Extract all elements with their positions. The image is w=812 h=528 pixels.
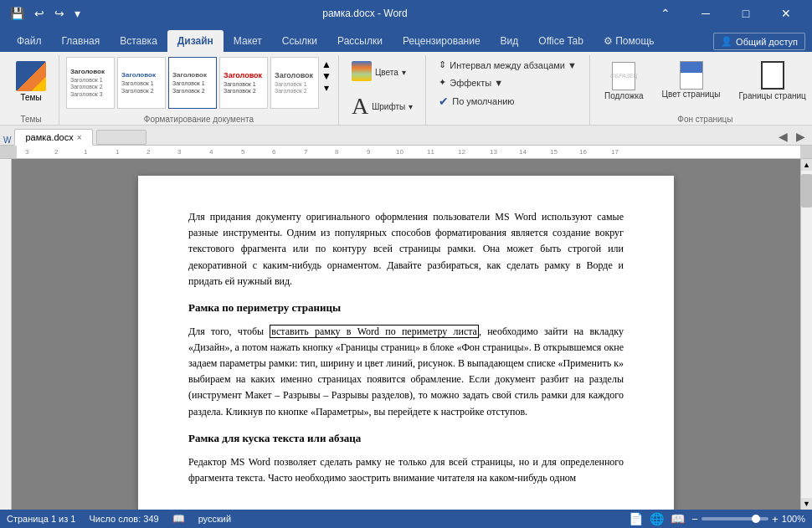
ruler-right-margin <box>800 146 812 158</box>
ruler-content[interactable]: 3 2 1 1 2 3 4 5 6 7 8 9 10 11 12 13 14 1… <box>17 146 800 158</box>
ruler-left-margin <box>0 146 17 158</box>
person-icon: 👤 <box>721 36 732 47</box>
doc-tab-active[interactable]: рамка.docx × <box>14 129 92 146</box>
tab-design[interactable]: Дизайн <box>167 30 224 52</box>
app-title: рамка.docx - Word <box>84 8 646 19</box>
vertical-scrollbar[interactable]: ▲ ▼ <box>800 159 812 510</box>
language: русский <box>198 514 231 524</box>
colors-button[interactable]: Цвета ▾ <box>346 57 412 87</box>
paragraph-spacing-button[interactable]: ⇕ Интервал между абзацами ▼ <box>433 57 583 73</box>
colors-icon <box>352 61 372 81</box>
tab-file[interactable]: Файл <box>7 30 52 52</box>
page-borders-button[interactable]: Границы страниц <box>732 57 813 105</box>
layout-web-button[interactable]: 🌐 <box>650 512 664 525</box>
style-4[interactable]: Заголовок Заголовок 1Заголовок 2 <box>219 57 268 109</box>
spell-check-icon: 📖 <box>172 513 185 525</box>
effects-icon: ✦ <box>439 77 446 88</box>
horizontal-ruler: 3 2 1 1 2 3 4 5 6 7 8 9 10 11 12 13 14 1… <box>0 146 812 159</box>
zoom-level: 100% <box>782 514 805 524</box>
tab-home[interactable]: Главная <box>52 30 110 52</box>
page-background-label: Фон страницы <box>597 114 812 125</box>
read-mode-button[interactable]: 📖 <box>671 512 685 525</box>
customize-qa-button[interactable]: ▾ <box>71 5 84 22</box>
word-count: Число слов: 349 <box>89 514 158 524</box>
paragraph-spacing-group: ⇕ Интервал между абзацами ▼ ✦ Эффекты ▼ … <box>426 55 590 125</box>
checkmark-icon: ✔ <box>439 95 449 108</box>
scroll-up-button[interactable]: ▲ <box>801 159 812 171</box>
page-count: Страница 1 из 1 <box>7 514 75 524</box>
style-2[interactable]: Заголовок Заголовок 1Заголовок 2 <box>117 57 166 109</box>
styles-scroll-down[interactable]: ▼ <box>321 70 331 82</box>
zoom-control: − + 100% <box>691 513 805 525</box>
effects-button[interactable]: ✦ Эффекты ▼ <box>433 74 509 90</box>
document-page: Для придания документу оригинального офо… <box>138 176 674 510</box>
tab-layout[interactable]: Макет <box>224 30 272 52</box>
zoom-slider[interactable] <box>702 517 768 520</box>
ribbon-panel: Темы Темы Заголовок Заголовок 1Заголовок… <box>0 52 812 126</box>
style-default[interactable]: Заголовок Заголовок 1Заголовок 2Заголово… <box>66 57 115 109</box>
layout-print-button[interactable]: 📄 <box>629 512 643 525</box>
themes-icon <box>16 61 46 91</box>
tab-mailings[interactable]: Рассылки <box>327 30 393 52</box>
fonts-dropdown-arrow: ▾ <box>409 102 413 111</box>
vertical-ruler <box>0 159 12 510</box>
ribbon-display-button[interactable]: ⌃ <box>646 0 685 27</box>
colors-fonts-group: Цвета ▾ A Шрифты ▾ <box>339 55 426 125</box>
boxed-link: вставить рамку в Word по периметру листа <box>270 325 479 338</box>
document-formatting-group: Заголовок Заголовок 1Заголовок 2Заголово… <box>59 55 339 125</box>
doc-tab-label: рамка.docx <box>25 132 73 142</box>
maximize-button[interactable]: □ <box>727 0 765 27</box>
heading-2: Рамка для куска текста или абзаца <box>188 430 624 448</box>
paragraph-2: Для того, чтобы вставить рамку в Word по… <box>188 324 624 420</box>
scrollbar-track[interactable] <box>801 171 812 498</box>
heading-1: Рамка по периметру страницы <box>188 300 624 317</box>
page-background-group: ОБРАЗЕЦ Подложка Цвет страницы Границы с… <box>590 55 812 125</box>
watermark-button[interactable]: ОБРАЗЕЦ Подложка <box>597 57 651 105</box>
styles-more[interactable]: ▾ <box>321 82 331 94</box>
fonts-button[interactable]: A Шрифты ▾ <box>346 89 419 124</box>
scrollbar-thumb[interactable] <box>801 174 812 208</box>
style-3[interactable]: Заголовок Заголовок 1Заголовок 2 <box>168 57 217 109</box>
themes-button[interactable]: Темы <box>10 57 52 106</box>
undo-button[interactable]: ↩ <box>31 5 48 22</box>
minimize-button[interactable]: ─ <box>686 0 725 27</box>
quick-access-toolbar: 💾 ↩ ↪ ▾ <box>7 5 84 22</box>
paragraph-1: Для придания документу оригинального офо… <box>188 209 624 290</box>
formatting-group-label: Форматирование документа <box>66 114 331 125</box>
doc-tab-close[interactable]: × <box>77 133 82 142</box>
styles-scroll-up[interactable]: ▲ <box>321 59 331 70</box>
paragraph-3: Редактор MS Word позволяет сделать рамку… <box>188 454 624 486</box>
style-5[interactable]: Заголовок Заголовок 1Заголовок 2 <box>270 57 319 109</box>
tab-scroll-right[interactable]: ▶ <box>793 128 809 145</box>
tab-insert[interactable]: Вставка <box>110 30 167 52</box>
fonts-icon: A <box>352 93 368 120</box>
tab-scroll-left[interactable]: ◀ <box>775 128 791 145</box>
tab-review[interactable]: Рецензирование <box>393 30 491 52</box>
redo-button[interactable]: ↪ <box>51 5 68 22</box>
zoom-in-button[interactable]: + <box>772 513 779 525</box>
doc-tab-icon: W <box>3 136 14 145</box>
share-button[interactable]: 👤 Общий доступ <box>713 33 805 50</box>
zoom-thumb <box>752 515 760 523</box>
tab-view[interactable]: Вид <box>491 30 529 52</box>
zoom-out-button[interactable]: − <box>691 513 698 525</box>
save-button[interactable]: 💾 <box>7 5 28 22</box>
doc-tab-controls: ◀ ▶ <box>775 128 812 145</box>
status-bar-right: 📄 🌐 📖 − + 100% <box>629 512 805 525</box>
title-bar-left: 💾 ↩ ↪ ▾ <box>7 5 84 22</box>
tab-help[interactable]: ⚙ Помощь <box>594 30 665 52</box>
scroll-down-button[interactable]: ▼ <box>801 498 812 510</box>
document-scroll[interactable]: Для придания документу оригинального офо… <box>12 159 800 510</box>
tab-references[interactable]: Ссылки <box>272 30 327 52</box>
borders-icon <box>761 61 784 90</box>
window-controls: ⌃ ─ □ ✕ <box>646 0 805 27</box>
document-area: Для придания документу оригинального офо… <box>0 159 812 510</box>
colors-dropdown-arrow: ▾ <box>402 68 406 77</box>
page-color-button[interactable]: Цвет страницы <box>655 57 728 103</box>
set-default-button[interactable]: ✔ По умолчанию <box>433 92 520 110</box>
new-tab-placeholder[interactable] <box>96 130 146 145</box>
tab-office-tab[interactable]: Office Tab <box>528 30 594 52</box>
page-color-icon <box>680 61 703 90</box>
themes-group: Темы Темы <box>3 55 59 125</box>
close-button[interactable]: ✕ <box>767 0 805 27</box>
